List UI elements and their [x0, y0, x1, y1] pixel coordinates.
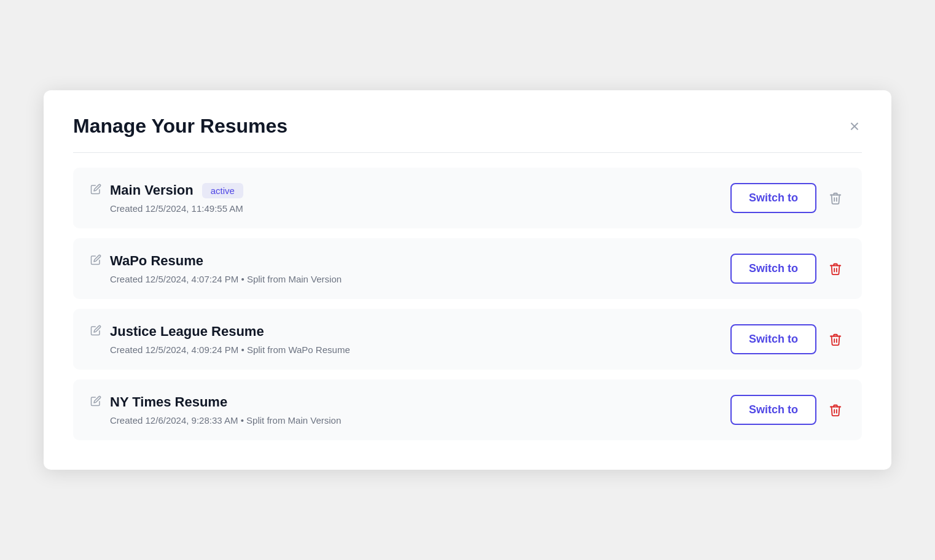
edit-icon-ny-times-resume[interactable] — [90, 395, 101, 410]
active-badge-main-version: active — [202, 183, 243, 198]
delete-button-justice-league-resume[interactable] — [826, 330, 845, 349]
resume-card-justice-league-resume: Justice League Resume Created 12/5/2024,… — [73, 309, 862, 370]
modal-header: Manage Your Resumes × — [73, 115, 862, 138]
resume-meta-ny-times-resume: Created 12/6/2024, 9:28:33 AM • Split fr… — [110, 415, 341, 426]
resume-info-wapo-resume: WaPo Resume Created 12/5/2024, 4:07:24 P… — [90, 253, 342, 284]
switch-button-wapo-resume[interactable]: Switch to — [730, 254, 816, 284]
resume-info-ny-times-resume: NY Times Resume Created 12/6/2024, 9:28:… — [90, 394, 341, 426]
resume-meta-wapo-resume: Created 12/5/2024, 4:07:24 PM • Split fr… — [110, 274, 342, 284]
edit-icon-wapo-resume[interactable] — [90, 254, 101, 268]
resume-card-main-version: Main Version active Created 12/5/2024, 1… — [73, 168, 862, 228]
delete-button-wapo-resume[interactable] — [826, 260, 845, 278]
resume-actions-main-version: Switch to — [730, 183, 845, 213]
resume-name-row-justice-league-resume: Justice League Resume — [90, 324, 350, 340]
resume-list: Main Version active Created 12/5/2024, 1… — [73, 168, 862, 440]
resume-info-justice-league-resume: Justice League Resume Created 12/5/2024,… — [90, 324, 350, 355]
delete-button-main-version[interactable] — [826, 189, 845, 208]
close-button[interactable]: × — [847, 115, 862, 138]
header-divider — [73, 152, 862, 153]
resume-name-wapo-resume: WaPo Resume — [110, 253, 203, 269]
switch-button-main-version[interactable]: Switch to — [730, 183, 816, 213]
resume-name-justice-league-resume: Justice League Resume — [110, 324, 264, 340]
edit-icon-main-version[interactable] — [90, 184, 101, 198]
resume-actions-ny-times-resume: Switch to — [730, 395, 845, 425]
delete-button-ny-times-resume[interactable] — [826, 401, 845, 419]
resume-name-ny-times-resume: NY Times Resume — [110, 394, 227, 410]
switch-button-justice-league-resume[interactable]: Switch to — [730, 324, 816, 354]
resume-actions-wapo-resume: Switch to — [730, 254, 845, 284]
resume-meta-main-version: Created 12/5/2024, 11:49:55 AM — [110, 203, 243, 214]
manage-resumes-modal: Manage Your Resumes × Main Version activ… — [44, 90, 891, 470]
edit-icon-justice-league-resume[interactable] — [90, 325, 101, 339]
resume-name-main-version: Main Version — [110, 182, 194, 198]
resume-card-ny-times-resume: NY Times Resume Created 12/6/2024, 9:28:… — [73, 379, 862, 440]
resume-name-row-ny-times-resume: NY Times Resume — [90, 394, 341, 410]
resume-actions-justice-league-resume: Switch to — [730, 324, 845, 354]
resume-info-main-version: Main Version active Created 12/5/2024, 1… — [90, 182, 243, 214]
resume-name-row-wapo-resume: WaPo Resume — [90, 253, 342, 269]
switch-button-ny-times-resume[interactable]: Switch to — [730, 395, 816, 425]
resume-name-row-main-version: Main Version active — [90, 182, 243, 198]
modal-title: Manage Your Resumes — [73, 115, 288, 138]
resume-meta-justice-league-resume: Created 12/5/2024, 4:09:24 PM • Split fr… — [110, 344, 350, 355]
resume-card-wapo-resume: WaPo Resume Created 12/5/2024, 4:07:24 P… — [73, 238, 862, 299]
